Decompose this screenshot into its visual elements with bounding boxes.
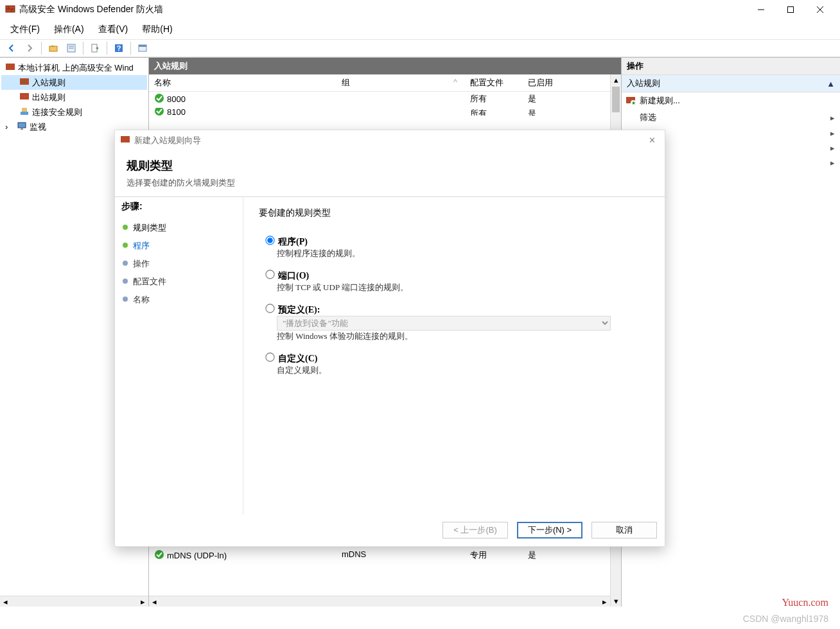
help-icon[interactable]: ? xyxy=(111,40,127,56)
radio-port[interactable]: 端口(O) xyxy=(263,270,309,280)
cell: mDNS xyxy=(342,549,470,562)
svg-rect-18 xyxy=(6,64,15,70)
outbound-icon xyxy=(19,91,30,103)
tree-inbound[interactable]: 入站规则 xyxy=(1,75,147,90)
svg-rect-23 xyxy=(18,123,26,128)
back-button: < 上一步(B) xyxy=(442,522,508,539)
svg-rect-6 xyxy=(788,7,794,13)
svg-point-27 xyxy=(155,550,164,559)
chevron-right-icon xyxy=(830,113,835,123)
firewall-icon xyxy=(5,4,15,16)
check-icon xyxy=(154,93,164,105)
menu-file[interactable]: 文件(F) xyxy=(8,22,42,37)
check-icon xyxy=(154,108,164,116)
cell xyxy=(342,93,470,105)
cell: mDNS (UDP-In) xyxy=(167,551,227,560)
tree-item-label: 入站规则 xyxy=(32,77,66,89)
wizard-content: 要创建的规则类型 程序(P) 控制程序连接的规则。 端口(O) 控制 TCP 或… xyxy=(243,197,665,514)
check-icon xyxy=(154,549,164,562)
svg-rect-17 xyxy=(139,45,146,47)
cell: 是 xyxy=(528,108,566,116)
watermark: Yuucn.com xyxy=(782,597,828,608)
wizard-close-button[interactable]: ✕ xyxy=(645,134,660,146)
svg-rect-21 xyxy=(21,112,28,115)
window-title: 高级安全 Windows Defender 防火墙 xyxy=(19,4,163,15)
watermark: CSDN @wanghl1978 xyxy=(743,614,828,624)
center-hscroll[interactable]: ◂▸ xyxy=(149,596,610,607)
svg-rect-22 xyxy=(22,108,27,112)
menu-view[interactable]: 查看(V) xyxy=(96,22,131,37)
export-icon[interactable] xyxy=(87,40,103,56)
back-icon[interactable] xyxy=(4,40,19,56)
action-label: 新建规则... xyxy=(640,95,680,107)
action-filter[interactable]: 筛选 xyxy=(622,109,840,126)
menubar: 文件(F) 操作(A) 查看(V) 帮助(H) xyxy=(0,19,840,39)
actions-sub: 入站规则 ▲ xyxy=(622,75,840,92)
folder-icon[interactable] xyxy=(46,40,61,56)
new-rule-icon: ★ xyxy=(626,95,636,107)
tree-root-label: 本地计算机 上的高级安全 Wind xyxy=(18,62,134,74)
tree-item-label: 连接安全规则 xyxy=(32,107,82,118)
col-enabled[interactable]: 已启用 xyxy=(528,77,566,89)
rule-row[interactable]: mDNS (UDP-In) mDNS 专用 是 xyxy=(149,548,610,563)
actions-header: 操作 xyxy=(622,58,840,75)
tree-outbound[interactable]: 出站规则 xyxy=(1,90,147,105)
svg-point-25 xyxy=(155,94,164,103)
wizard-sub: 选择要创建的防火墙规则类型 xyxy=(127,177,653,189)
cell: 是 xyxy=(528,93,566,105)
cancel-button[interactable]: 取消 xyxy=(591,522,657,539)
collapse-icon[interactable]: ▲ xyxy=(827,79,835,89)
close-button[interactable] xyxy=(805,0,835,19)
step-rule-type[interactable]: 规则类型 xyxy=(121,219,236,237)
maximize-button[interactable] xyxy=(776,0,805,19)
cell: 所有 xyxy=(470,108,528,116)
svg-rect-9 xyxy=(49,46,57,51)
tree-hscroll[interactable]: ◂▸ xyxy=(0,596,148,607)
svg-rect-24 xyxy=(21,128,23,130)
tree-item-label: 监视 xyxy=(30,121,46,133)
column-headers[interactable]: 名称 组^ 配置文件 已启用 xyxy=(149,74,610,92)
chevron-right-icon xyxy=(830,143,835,153)
rule-row[interactable]: 8000 所有 是 xyxy=(149,92,610,107)
menu-action[interactable]: 操作(A) xyxy=(51,22,87,37)
wizard-title: 新建入站规则向导 xyxy=(134,135,201,146)
connection-icon xyxy=(19,106,30,118)
forward-icon[interactable] xyxy=(22,40,37,56)
col-name[interactable]: 名称 xyxy=(149,77,342,89)
inbound-icon xyxy=(19,76,30,89)
center-header: 入站规则 xyxy=(149,58,621,74)
menu-help[interactable]: 帮助(H) xyxy=(139,22,175,37)
step-name[interactable]: 名称 xyxy=(121,291,236,309)
svg-text:?: ? xyxy=(117,44,121,52)
wizard-steps: 步骤: 规则类型 程序 操作 配置文件 名称 xyxy=(115,197,243,514)
cell: 8000 xyxy=(167,94,186,104)
svg-rect-31 xyxy=(121,136,130,142)
col-profile[interactable]: 配置文件 xyxy=(470,77,528,89)
radio-predefined[interactable]: 预定义(E): xyxy=(263,304,320,314)
tree-root[interactable]: 本地计算机 上的高级安全 Wind xyxy=(1,60,147,75)
minimize-button[interactable] xyxy=(746,0,776,19)
cell: 专用 xyxy=(470,549,528,562)
radio-program[interactable]: 程序(P) xyxy=(263,236,308,246)
tree-connsec[interactable]: 连接安全规则 xyxy=(1,105,147,119)
actions-sub-label: 入站规则 xyxy=(627,78,660,89)
wizard-question: 要创建的规则类型 xyxy=(259,207,649,219)
wizard-header: 规则类型 xyxy=(127,158,653,173)
svg-text:★: ★ xyxy=(631,100,636,105)
radio-custom[interactable]: 自定义(C) xyxy=(263,353,317,363)
col-group[interactable]: 组^ xyxy=(342,77,470,89)
step-program[interactable]: 程序 xyxy=(121,237,236,255)
firewall-icon xyxy=(120,134,130,146)
rule-row[interactable]: 8100 所有 是 xyxy=(149,107,610,117)
action-label: 筛选 xyxy=(640,112,825,123)
cell: 所有 xyxy=(470,93,528,105)
step-action[interactable]: 操作 xyxy=(121,255,236,273)
step-profile[interactable]: 配置文件 xyxy=(121,273,236,291)
opt-desc: 控制 Windows 体验功能连接的规则。 xyxy=(277,331,649,342)
panel-icon[interactable] xyxy=(135,40,150,56)
action-new-rule[interactable]: ★ 新建规则... xyxy=(622,92,840,109)
monitor-icon xyxy=(17,121,27,133)
properties-icon[interactable] xyxy=(64,40,79,56)
cell: 8100 xyxy=(167,108,186,116)
next-button[interactable]: 下一步(N) > xyxy=(517,522,582,539)
